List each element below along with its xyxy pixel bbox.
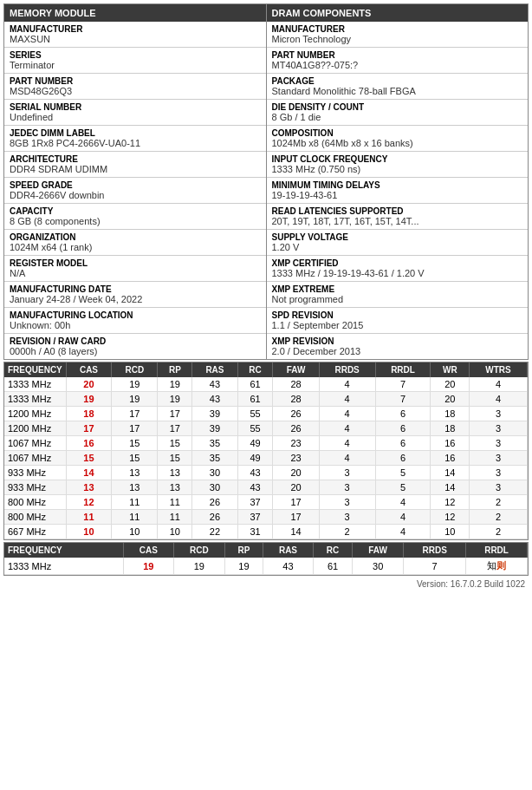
table-cell: 933 MHz — [4, 466, 66, 480]
table-cell: 3 — [319, 466, 375, 480]
table-cell: 4 — [319, 407, 375, 421]
bottom-col-header: RP — [224, 543, 263, 558]
table-cell: 13 — [158, 480, 192, 495]
table-cell: 19 — [173, 558, 224, 575]
field-value: 1.20 V — [272, 242, 523, 252]
table-row: 1067 MHz15151535492346163 — [4, 451, 528, 466]
field-value: 8GB 1Rx8 PC4-2666V-UA0-11 — [10, 138, 261, 148]
table-cell: 7 — [375, 392, 431, 407]
table-cell: 17 — [273, 495, 319, 510]
table-cell: 3 — [470, 436, 528, 451]
bottom-col-header: RRDL — [466, 543, 528, 558]
field-label: MANUFACTURING LOCATION — [10, 310, 261, 320]
table-cell: 2 — [470, 495, 528, 510]
field-group: MANUFACTURERMicron Technology — [267, 22, 529, 48]
field-group: XMP EXTREMENot programmed — [267, 282, 529, 308]
bottom-table: FREQUENCYCASRCDRPRASRCFAWRRDSRRDL 1333 M… — [4, 543, 528, 575]
table-cell: 18 — [431, 407, 470, 421]
field-value: Micron Technology — [272, 34, 523, 44]
table-cell: 3 — [470, 407, 528, 421]
field-value: DDR4 SDRAM UDIMM — [10, 164, 261, 174]
table-cell: 19 — [112, 392, 158, 407]
table-cell: 61 — [313, 558, 352, 575]
table-cell: 1333 MHz — [4, 377, 66, 392]
field-group: XMP REVISION2.0 / December 2013 — [267, 334, 529, 359]
table-cell: 49 — [237, 451, 273, 466]
field-value: DDR4-2666V downbin — [10, 190, 261, 200]
table-cell: 1067 MHz — [4, 451, 66, 466]
field-label: PART NUMBER — [10, 76, 261, 86]
table-cell: 3 — [319, 480, 375, 495]
table-row: 933 MHz13131330432035143 — [4, 480, 528, 495]
table-cell: 5 — [375, 466, 431, 480]
field-value: Undefined — [10, 112, 261, 122]
table-cell: 23 — [273, 436, 319, 451]
table-cell: 30 — [353, 558, 404, 575]
table-cell: 12 — [66, 495, 111, 510]
table-cell: 43 — [192, 392, 237, 407]
field-group: SERIAL NUMBERUndefined — [4, 100, 266, 126]
table-cell: 10 — [431, 525, 470, 539]
table-row: 1200 MHz17171739552646183 — [4, 421, 528, 436]
table-cell: 11 — [66, 510, 111, 525]
field-group: MINIMUM TIMING DELAYS19-19-19-43-61 — [267, 178, 529, 204]
table-cell: 28 — [273, 377, 319, 392]
field-label: MANUFACTURING DATE — [10, 284, 261, 294]
table-cell: 13 — [112, 466, 158, 480]
table-cell: 800 MHz — [4, 510, 66, 525]
field-label: SPD REVISION — [272, 310, 523, 320]
field-label: PACKAGE — [272, 76, 523, 86]
field-group: JEDEC DIMM LABEL8GB 1Rx8 PC4-2666V-UA0-1… — [4, 126, 266, 152]
left-panel-header: MEMORY MODULE — [4, 4, 266, 22]
table-cell: 19 — [224, 558, 263, 575]
table-cell: 11 — [158, 510, 192, 525]
table-cell: 667 MHz — [4, 525, 66, 539]
bottom-col-header: FREQUENCY — [4, 543, 123, 558]
table-cell: 19 — [112, 377, 158, 392]
table-cell: 1200 MHz — [4, 407, 66, 421]
table-row: 800 MHz11111126371734122 — [4, 510, 528, 525]
bottom-table-body: 1333 MHz1919194361307知则 — [4, 558, 528, 575]
table-cell: 55 — [237, 407, 273, 421]
field-group: SPEED GRADEDDR4-2666V downbin — [4, 178, 266, 204]
table-cell: 4 — [319, 451, 375, 466]
table-cell: 6 — [375, 421, 431, 436]
table-cell: 6 — [375, 407, 431, 421]
table-cell: 17 — [112, 407, 158, 421]
freq-table: FREQUENCYCASRCDRPRASRCFAWRRDSRRDLWRWTRS … — [4, 362, 528, 539]
table-cell: 3 — [319, 510, 375, 525]
table-cell: 13 — [112, 480, 158, 495]
table-cell: 11 — [112, 510, 158, 525]
table-cell: 17 — [273, 510, 319, 525]
freq-col-header: RRDL — [375, 362, 431, 377]
table-cell: 39 — [192, 407, 237, 421]
table-cell: 16 — [431, 436, 470, 451]
field-value: Unknown: 00h — [10, 320, 261, 330]
field-value: 20T, 19T, 18T, 17T, 16T, 15T, 14T... — [272, 216, 523, 226]
table-cell: 4 — [470, 392, 528, 407]
table-cell: 37 — [237, 495, 273, 510]
field-value: 1333 MHz (0.750 ns) — [272, 164, 523, 174]
freq-col-header: RC — [237, 362, 273, 377]
field-label: ORGANIZATION — [10, 232, 261, 242]
field-value: Not programmed — [272, 294, 523, 304]
table-cell: 19 — [123, 558, 173, 575]
table-cell: 26 — [192, 495, 237, 510]
table-cell: 12 — [431, 510, 470, 525]
table-cell: 16 — [66, 436, 111, 451]
field-label: DIE DENSITY / COUNT — [272, 102, 523, 112]
table-cell: 知则 — [466, 558, 528, 575]
right-panel-header: DRAM COMPONENTS — [267, 4, 529, 22]
table-cell: 15 — [158, 436, 192, 451]
table-cell: 35 — [192, 451, 237, 466]
table-cell: 43 — [192, 377, 237, 392]
field-label: XMP REVISION — [272, 336, 523, 346]
table-cell: 6 — [375, 436, 431, 451]
field-group: READ LATENCIES SUPPORTED20T, 19T, 18T, 1… — [267, 204, 529, 230]
freq-col-header: RAS — [192, 362, 237, 377]
table-cell: 13 — [66, 480, 111, 495]
table-row: 667 MHz10101022311424102 — [4, 525, 528, 539]
table-cell: 11 — [112, 495, 158, 510]
table-cell: 10 — [66, 525, 111, 539]
table-cell: 13 — [158, 466, 192, 480]
